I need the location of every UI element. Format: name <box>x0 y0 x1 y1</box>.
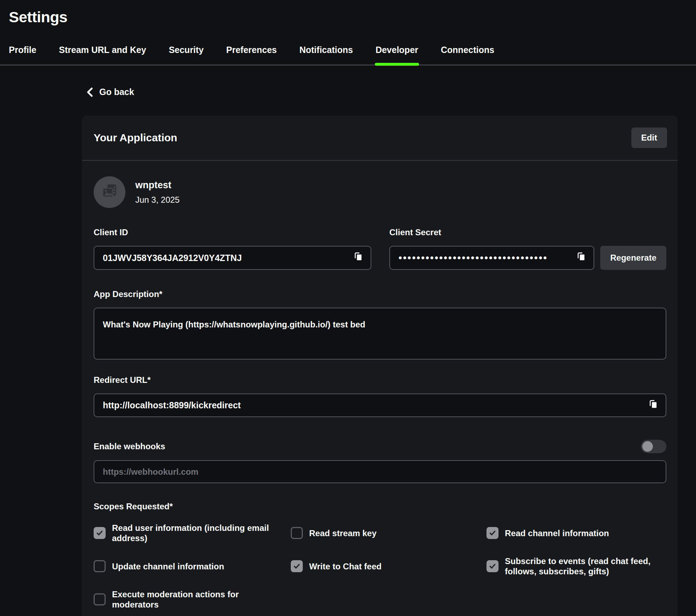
page-header: Settings <box>0 0 696 26</box>
scope-write-to-chat-feed[interactable]: Write to Chat feed <box>291 556 486 576</box>
app-identity: wnptest Jun 3, 2025 <box>94 176 666 208</box>
app-created-date: Jun 3, 2025 <box>135 195 179 205</box>
scope-label: Read channel information <box>505 528 609 538</box>
tab-notifications[interactable]: Notifications <box>299 45 353 64</box>
checkbox-icon[interactable] <box>94 527 106 539</box>
app-description-textarea[interactable]: What's Now Playing (https://whatsnowplay… <box>94 308 666 360</box>
app-description-section: App Description* What's Now Playing (htt… <box>94 289 666 360</box>
credentials-row: Client ID 01JWVJ58Y364JA2912V0Y4ZTNJ Cli… <box>94 227 666 270</box>
scope-read-user-information[interactable]: Read user information (including email a… <box>94 523 291 543</box>
tab-connections[interactable]: Connections <box>441 45 494 64</box>
checkbox-icon[interactable] <box>291 560 303 572</box>
media-icon <box>101 183 118 202</box>
scope-label: Update channel information <box>112 561 224 571</box>
scope-label: Read stream key <box>309 528 377 538</box>
tab-preferences[interactable]: Preferences <box>226 45 277 64</box>
checkbox-icon[interactable] <box>94 560 106 572</box>
tab-developer[interactable]: Developer <box>376 45 418 64</box>
scope-execute-moderation-actions[interactable]: Execute moderation actions for moderator… <box>94 589 291 610</box>
app-identity-text: wnptest Jun 3, 2025 <box>135 180 179 205</box>
scope-label: Subscribe to events (read chat feed, fol… <box>505 556 666 576</box>
scope-label: Read user information (including email a… <box>112 523 278 543</box>
card-header: Your Application Edit <box>82 116 678 161</box>
settings-tab-bar: Profile Stream URL and Key Security Pref… <box>0 45 696 66</box>
scope-label: Write to Chat feed <box>309 561 382 571</box>
scopes-requested-label: Scopes Requested* <box>94 502 666 511</box>
client-secret-masked-value: ••••••••••••••••••••••••••••••••• <box>399 246 572 270</box>
copy-icon[interactable] <box>577 251 586 264</box>
webhooks-section: Enable webhooks https://webhookurl.com <box>94 440 666 483</box>
client-id-label: Client ID <box>94 227 371 237</box>
scopes-section: Scopes Requested* Read user information … <box>94 502 666 610</box>
app-name: wnptest <box>135 180 179 191</box>
client-id-field-group: Client ID 01JWVJ58Y364JA2912V0Y4ZTNJ <box>94 227 371 270</box>
enable-webhooks-label: Enable webhooks <box>94 442 165 451</box>
toggle-knob-icon <box>642 441 653 452</box>
enable-webhooks-toggle[interactable] <box>641 440 666 453</box>
webhook-url-placeholder: https://webhookurl.com <box>103 467 658 477</box>
checkbox-icon[interactable] <box>94 593 106 605</box>
chevron-left-icon <box>86 88 94 97</box>
copy-icon[interactable] <box>354 251 363 264</box>
redirect-url-value: http://localhost:8899/kickredirect <box>103 400 644 410</box>
page-title: Settings <box>9 8 696 26</box>
redirect-url-label: Redirect URL* <box>94 375 666 385</box>
tab-stream-url-and-key[interactable]: Stream URL and Key <box>59 45 146 64</box>
tab-profile[interactable]: Profile <box>9 45 36 64</box>
redirect-url-section: Redirect URL* http://localhost:8899/kick… <box>94 375 666 417</box>
client-secret-label: Client Secret <box>389 227 666 237</box>
edit-button[interactable]: Edit <box>631 128 667 148</box>
card-title: Your Application <box>94 132 177 144</box>
scope-subscribe-to-events[interactable]: Subscribe to events (read chat feed, fol… <box>486 556 666 576</box>
webhook-url-input[interactable]: https://webhookurl.com <box>94 460 666 483</box>
your-application-card: Your Application Edit w <box>82 116 678 616</box>
app-description-label: App Description* <box>94 289 666 299</box>
app-avatar <box>94 176 125 208</box>
checkbox-icon[interactable] <box>486 560 499 572</box>
client-secret-field-group: Client Secret ••••••••••••••••••••••••••… <box>389 227 666 270</box>
checkbox-icon[interactable] <box>486 527 499 539</box>
go-back-link[interactable]: Go back <box>86 87 134 97</box>
regenerate-button[interactable]: Regenerate <box>600 246 666 270</box>
tab-security[interactable]: Security <box>169 45 204 64</box>
scopes-grid: Read user information (including email a… <box>94 523 666 610</box>
go-back-label: Go back <box>99 87 134 97</box>
copy-icon[interactable] <box>649 399 658 412</box>
scope-read-stream-key[interactable]: Read stream key <box>291 523 486 543</box>
client-id-value: 01JWVJ58Y364JA2912V0Y4ZTNJ <box>103 253 349 263</box>
scope-update-channel-information[interactable]: Update channel information <box>94 556 291 576</box>
client-id-input[interactable]: 01JWVJ58Y364JA2912V0Y4ZTNJ <box>94 246 371 270</box>
client-secret-input[interactable]: ••••••••••••••••••••••••••••••••• <box>389 246 594 270</box>
scope-read-channel-information[interactable]: Read channel information <box>486 523 666 543</box>
scope-label: Execute moderation actions for moderator… <box>112 589 278 610</box>
checkbox-icon[interactable] <box>291 527 303 539</box>
card-body: wnptest Jun 3, 2025 Client ID 01JWVJ58Y3… <box>82 161 678 616</box>
redirect-url-input[interactable]: http://localhost:8899/kickredirect <box>94 393 666 417</box>
